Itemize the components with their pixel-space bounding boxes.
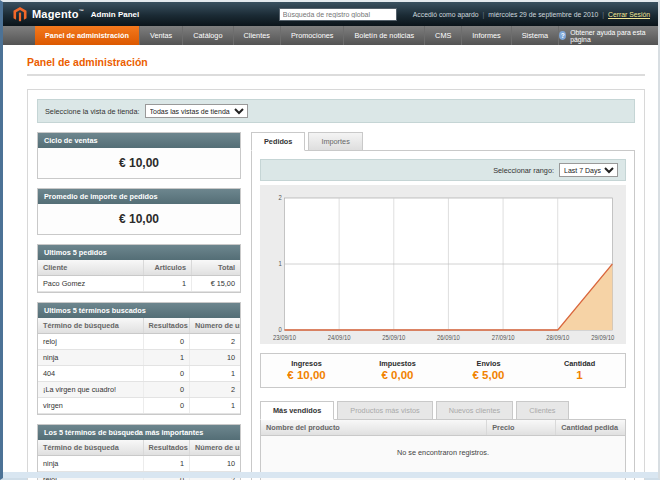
- column-header: Precio: [487, 420, 556, 436]
- box-title: Ultimos 5 términos buscados: [38, 303, 240, 318]
- stat-envios: Envios€ 5,00: [443, 354, 534, 387]
- store-view-label: Seleccione la vista de tienda:: [45, 107, 140, 116]
- help-link[interactable]: ? Obtener ayuda para esta página: [559, 26, 658, 45]
- table-row: ¡La virgen que cuadro!02: [38, 382, 240, 398]
- table-header-row: Término de búsquedaResultadosNúmero de u…: [38, 318, 240, 334]
- table-row: 40401: [38, 366, 240, 382]
- nav-item[interactable]: Clientes: [234, 26, 281, 45]
- logout-link[interactable]: Cerrar Sesión: [608, 11, 650, 18]
- separator: |: [483, 11, 485, 18]
- svg-text:26/09/10: 26/09/10: [437, 334, 460, 341]
- stat-cantidad: Cantidad1: [534, 354, 625, 387]
- orders-chart: 01223/09/1024/09/1025/09/1026/09/1027/09…: [270, 192, 616, 342]
- table-header-row: Nombre del productoPrecioCantidad pedida: [261, 420, 625, 436]
- nav-item[interactable]: Promociones: [281, 26, 345, 45]
- svg-text:23/09/10: 23/09/10: [273, 334, 296, 341]
- last-search-terms-table: Término de búsquedaResultadosNúmero de u…: [38, 318, 240, 414]
- help-icon: ?: [559, 31, 566, 40]
- right-column: PedidosImportes Seleccionar rango: Last …: [251, 132, 635, 480]
- stat-value: 1: [534, 369, 625, 381]
- box-title: Los 5 términos de búsqueda más important…: [38, 425, 240, 440]
- range-select[interactable]: Last 7 Days: [559, 163, 618, 177]
- tab-clientes: Clientes: [516, 401, 568, 420]
- nav-item[interactable]: Catálogo: [183, 26, 233, 45]
- svg-text:28/09/10: 28/09/10: [546, 334, 569, 341]
- table-row: Paco Gomez1€ 15,00: [38, 276, 240, 292]
- tab-productos-m-s-vistos: Productos más vistos: [337, 401, 432, 420]
- last-search-terms-box: Ultimos 5 términos buscados Término de b…: [37, 302, 241, 415]
- tab-m-s-vendidos[interactable]: Más vendidos: [260, 401, 334, 420]
- table-header-row: Término de búsquedaResultadosNúmero de u…: [38, 440, 240, 456]
- logo-title: Magento™: [32, 8, 84, 20]
- column-header: Resultados: [143, 440, 189, 456]
- stat-label: Cantidad: [534, 359, 625, 368]
- main-content: Panel de administración Seleccione la vi…: [3, 45, 658, 480]
- column-header: Nombre del producto: [261, 420, 487, 436]
- table-header-row: ClienteArticulosTotal: [38, 260, 240, 276]
- page-title: Panel de administración: [27, 56, 645, 76]
- nav-item[interactable]: Boletín de noticias: [344, 26, 425, 45]
- tab-pedidos[interactable]: Pedidos: [251, 132, 305, 151]
- separator: |: [602, 11, 604, 18]
- store-view-select[interactable]: Todas las vistas de tienda: [145, 104, 248, 118]
- stat-value: € 10,00: [261, 369, 352, 381]
- dashboard-container: Seleccione la vista de tienda: Todas las…: [27, 89, 645, 480]
- stat-label: Ingresos: [261, 359, 352, 368]
- nav-item[interactable]: CMS: [425, 26, 462, 45]
- trademark-symbol: ™: [79, 8, 84, 14]
- magento-logo: Magento™ Admin Panel: [13, 7, 139, 22]
- column-header: Articulos: [143, 260, 191, 276]
- stat-impuestos: Impuestos€ 0,00: [352, 354, 443, 387]
- magento-m-icon: [13, 7, 27, 22]
- column-header: Término de búsqueda: [38, 440, 143, 456]
- dashboard-columns: Ciclo de ventas € 10,00 Promedio de impo…: [37, 132, 635, 480]
- range-label: Seleccionar rango:: [493, 166, 554, 175]
- store-view-switcher: Seleccione la vista de tienda: Todas las…: [37, 99, 635, 123]
- chart-panel: Seleccionar rango: Last 7 Days 01223/09/…: [251, 150, 635, 480]
- average-orders-box: Promedio de importe de pedidos € 10,00: [37, 188, 241, 235]
- global-search-input[interactable]: [279, 8, 397, 21]
- nav-item[interactable]: Informes: [462, 26, 511, 45]
- main-nav: Panel de administraciónVentasCatálogoCli…: [3, 26, 658, 45]
- svg-text:25/09/10: 25/09/10: [382, 334, 405, 341]
- column-header: Número de usos: [189, 440, 240, 456]
- left-column: Ciclo de ventas € 10,00 Promedio de impo…: [37, 132, 241, 480]
- tab-importes[interactable]: Importes: [308, 132, 362, 151]
- chart-tabs: PedidosImportes: [251, 132, 635, 151]
- window-status-strip: [3, 472, 658, 478]
- bestsellers-table: Nombre del productoPrecioCantidad pedida…: [261, 420, 625, 480]
- column-header: Total: [192, 260, 240, 276]
- svg-text:24/09/10: 24/09/10: [328, 334, 351, 341]
- table-row: ninja110: [38, 456, 240, 472]
- lifetime-sales-value: € 10,00: [38, 148, 240, 178]
- logged-in-as-text: Accedió como apardo: [413, 11, 479, 18]
- column-header: Cliente: [38, 260, 143, 276]
- column-header: Número de usos: [189, 318, 240, 334]
- stat-value: € 5,00: [443, 369, 534, 381]
- average-orders-value: € 10,00: [38, 204, 240, 234]
- lifetime-sales-box: Ciclo de ventas € 10,00: [37, 132, 241, 179]
- box-title: Ultimos 5 pedidos: [38, 245, 240, 260]
- nav-item[interactable]: Sistema: [512, 26, 559, 45]
- chart-area: 01223/09/1024/09/1025/09/1026/09/1027/09…: [260, 185, 626, 344]
- svg-text:27/09/10: 27/09/10: [492, 334, 515, 341]
- box-title: Promedio de importe de pedidos: [38, 189, 240, 204]
- svg-text:29/09/10: 29/09/10: [591, 334, 614, 341]
- nav-item[interactable]: Ventas: [140, 26, 183, 45]
- report-tabs: Más vendidosProductos más vistosNuevos c…: [260, 401, 626, 420]
- help-link-label: Obtener ayuda para esta página: [570, 29, 648, 43]
- nav-item[interactable]: Panel de administración: [35, 26, 140, 45]
- stat-value: € 0,00: [352, 369, 443, 381]
- column-header: Resultados: [143, 318, 189, 334]
- bestsellers-panel: Nombre del productoPrecioCantidad pedida…: [260, 419, 626, 480]
- main-nav-list: Panel de administraciónVentasCatálogoCli…: [35, 26, 559, 45]
- table-row: reloj02: [38, 334, 240, 350]
- totals-row: Ingresos€ 10,00Impuestos€ 0,00Envios€ 5,…: [260, 353, 626, 388]
- stat-label: Impuestos: [352, 359, 443, 368]
- svg-text:1: 1: [278, 260, 282, 267]
- header-user-info: Accedió como apardo | miércoles 29 de se…: [413, 11, 650, 18]
- column-header: Término de búsqueda: [38, 318, 143, 334]
- range-selector-bar: Seleccionar rango: Last 7 Days: [260, 159, 626, 181]
- stat-label: Envios: [443, 359, 534, 368]
- table-row: virgen01: [38, 398, 240, 414]
